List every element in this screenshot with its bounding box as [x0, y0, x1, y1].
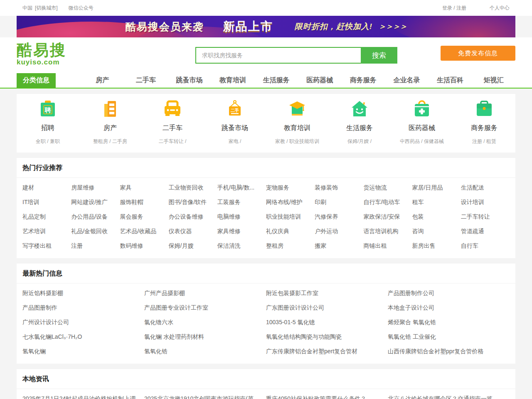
industry-link[interactable]: 办公用品/设备: [71, 209, 120, 224]
industry-link[interactable]: 网络布线/维护: [266, 195, 315, 209]
industry-link[interactable]: 艺术品/收藏品: [120, 224, 168, 239]
category-item-usedcar[interactable]: 二手车 二手车转让 /: [141, 100, 204, 145]
info-link[interactable]: 氯化镥六水: [144, 315, 266, 330]
industry-link[interactable]: 手机/电脑/数...: [217, 180, 266, 195]
info-link[interactable]: 产品图册专业设计工作室: [144, 300, 266, 315]
info-link[interactable]: 附近包装摄影工作室: [266, 286, 388, 300]
industry-link[interactable]: 新房出售: [412, 239, 461, 253]
category-item-recruit[interactable]: 聘 招聘 全职 / 兼职: [17, 100, 79, 145]
industry-link[interactable]: 汽修保养: [315, 209, 363, 224]
info-link[interactable]: 产品图册制作: [22, 300, 144, 315]
industry-link[interactable]: 工业物资回收: [169, 180, 217, 195]
industry-link[interactable]: 自行车: [461, 239, 510, 253]
info-link[interactable]: 附近馅料摄影棚: [22, 286, 144, 300]
industry-link[interactable]: 搬家: [315, 239, 363, 253]
industry-link[interactable]: 装修装饰: [315, 180, 363, 195]
news-link[interactable]: 2025北京龙徽1910文创园夜市游玩指南(菜...: [144, 392, 266, 399]
nav-item[interactable]: 跳蚤市场: [167, 73, 211, 88]
switch-city-link[interactable]: [切换城市]: [35, 5, 58, 12]
category-sublinks[interactable]: 家电 /: [204, 138, 266, 145]
search-button[interactable]: 搜索: [361, 47, 397, 64]
category-sublinks[interactable]: 家教 / 职业技能培训: [266, 138, 328, 145]
industry-link[interactable]: 自行车/电动车: [363, 195, 412, 209]
category-sublinks[interactable]: 注册 / 租赁: [453, 138, 515, 145]
info-link[interactable]: 烯烃聚合 氧氯化锆: [388, 315, 510, 330]
category-item-realestate[interactable]: 房产 整租房 / 二手房: [79, 100, 141, 145]
post-info-button[interactable]: 免费发布信息: [441, 46, 515, 61]
category-item-lifeservice[interactable]: 生活服务 保姆/月嫂 /: [328, 100, 391, 145]
industry-link[interactable]: 货运物流: [363, 180, 412, 195]
news-link[interactable]: 2025年7月1日24时起成品油价格按机制上调: [22, 392, 144, 399]
info-link[interactable]: 产品图册制作公司: [388, 286, 510, 300]
industry-link[interactable]: 礼品定制: [22, 209, 71, 224]
industry-link[interactable]: 生活配送: [461, 180, 510, 195]
industry-link[interactable]: 商铺出租: [363, 239, 412, 253]
industry-link[interactable]: 家具: [120, 180, 168, 195]
industry-link[interactable]: 工装服务: [217, 195, 266, 209]
site-logo[interactable]: 酷易搜 kuyiso.com: [17, 42, 66, 66]
nav-item[interactable]: 生活百科: [429, 73, 472, 88]
info-link[interactable]: 氧氯化锆结构陶瓷与功能陶瓷: [266, 330, 388, 344]
category-sublinks[interactable]: 中西药品 / 保健器械: [391, 138, 453, 145]
industry-link[interactable]: 管道疏通: [461, 224, 510, 239]
category-sublinks[interactable]: 整租房 / 二手房: [79, 138, 141, 145]
info-link[interactable]: 山西传康牌铝合金衬塑ppr复合管价格: [388, 344, 510, 359]
nav-item[interactable]: 企业名录: [385, 73, 429, 88]
promo-banner[interactable]: 酷易搜会员来袭 新品上市 限时折扣，赶快加入! ＞＞＞＞: [17, 16, 515, 37]
category-sublinks[interactable]: 二手车转让 /: [141, 138, 204, 145]
industry-link[interactable]: 办公设备维修: [169, 209, 217, 224]
industry-link[interactable]: 仪表仪器: [169, 224, 217, 239]
category-item-fleamarket[interactable]: 二手 跳蚤市场 家电 /: [204, 100, 266, 145]
industry-link[interactable]: 房屋维修: [71, 180, 120, 195]
nav-item[interactable]: 房产: [81, 73, 124, 88]
category-sublinks[interactable]: 全职 / 兼职: [17, 138, 79, 145]
region-label[interactable]: 中国: [22, 5, 32, 12]
info-link[interactable]: 本地盒子设计公司: [388, 300, 510, 315]
industry-link[interactable]: 礼仪庆典: [266, 224, 315, 239]
industry-link[interactable]: 户外运动: [315, 224, 363, 239]
industry-link[interactable]: 网站建设/推广: [71, 195, 120, 209]
news-link[interactable]: 重庆4050社保补贴政策需要什么条件？: [266, 392, 388, 399]
info-link[interactable]: 广东图册设计设计公司: [266, 300, 388, 315]
nav-item[interactable]: 教育培训: [211, 73, 255, 88]
info-link[interactable]: 10035-01-5 氯化镱: [266, 315, 388, 330]
industry-link[interactable]: 家政保洁/安保: [363, 209, 412, 224]
info-link[interactable]: 氢氧化镧: [22, 344, 144, 359]
industry-link[interactable]: 家居/日用品: [412, 180, 461, 195]
nav-item[interactable]: 分类信息: [17, 73, 56, 88]
wechat-link[interactable]: 微信公众号: [69, 5, 94, 12]
nav-item[interactable]: 商务服务: [342, 73, 385, 88]
info-link[interactable]: 广东传康牌铝合金衬塑pert复合管材: [266, 344, 388, 359]
industry-link[interactable]: 宠物服务: [266, 180, 315, 195]
industry-link[interactable]: 保姆/月嫂: [169, 239, 217, 253]
user-center-link[interactable]: 个人中心: [490, 5, 510, 12]
industry-link[interactable]: 咨询: [412, 224, 461, 239]
category-item-education[interactable]: 教育培训 家教 / 职业技能培训: [266, 100, 328, 145]
industry-link[interactable]: 电脑维修: [217, 209, 266, 224]
industry-link[interactable]: 职业技能培训: [266, 209, 315, 224]
industry-link[interactable]: 艺术培训: [22, 224, 71, 239]
industry-link[interactable]: 服饰鞋帽: [120, 195, 168, 209]
industry-link[interactable]: 注册: [71, 239, 120, 253]
industry-link[interactable]: 整租房: [266, 239, 315, 253]
category-sublinks[interactable]: 保姆/月嫂 /: [328, 138, 391, 145]
login-register-link[interactable]: 登录 / 注册: [442, 5, 466, 12]
info-link[interactable]: 广州设计设计公司: [22, 315, 144, 330]
industry-link[interactable]: 设计培训: [461, 195, 510, 209]
info-link[interactable]: 氧氯化锆 工业催化: [388, 330, 510, 344]
industry-link[interactable]: IT培训: [22, 195, 71, 209]
nav-item[interactable]: 矩视汇: [472, 73, 515, 88]
info-link[interactable]: 氢氧化锆: [144, 344, 266, 359]
info-link[interactable]: 广州产品摄影棚: [144, 286, 266, 300]
nav-item[interactable]: 二手车: [124, 73, 168, 88]
industry-link[interactable]: 印刷: [315, 195, 363, 209]
industry-link[interactable]: 数码维修: [120, 239, 168, 253]
industry-link[interactable]: 家具维修: [217, 224, 266, 239]
industry-link[interactable]: 语言培训机构: [363, 224, 412, 239]
industry-link[interactable]: 二手车转让: [461, 209, 510, 224]
info-link[interactable]: 七水氯化镧LaCl₃·7H₂O: [22, 330, 144, 344]
nav-item[interactable]: 生活服务: [254, 73, 298, 88]
industry-link[interactable]: 保洁清洗: [217, 239, 266, 253]
industry-link[interactable]: 展会服务: [120, 209, 168, 224]
category-item-medical[interactable]: 医药器械 中西药品 / 保健器械: [391, 100, 453, 145]
